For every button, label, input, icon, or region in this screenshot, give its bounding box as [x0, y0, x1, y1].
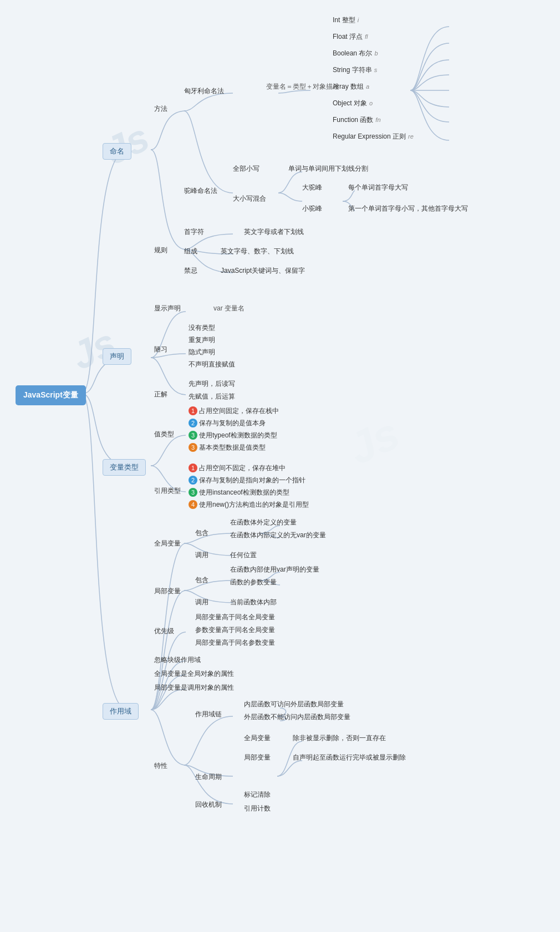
node-explicit: 显示声明 [154, 304, 181, 313]
node-rules: 规则 [154, 246, 167, 255]
node-compose-desc: 英文字母、数字、下划线 [221, 247, 294, 256]
node-forbidden-desc: JavaScript关键词与、保留字 [221, 266, 305, 276]
node-vartype: 变量类型 [103, 459, 146, 476]
type-array: Array 数组a [333, 82, 369, 91]
node-lifecycle: 生命周期 [195, 772, 222, 782]
node-gc: 回收机制 [195, 800, 222, 809]
node-gv-c1: 在函数体外定义的变量 [230, 518, 297, 527]
type-string: String 字符串s [333, 65, 377, 75]
node-local-prop: 局部变量是调用对象的属性 [154, 683, 234, 692]
node-lowercase-desc: 单词与单词间用下划线分割 [288, 164, 368, 174]
node-gv-call-desc: 任何位置 [230, 551, 257, 560]
node-vt2: 2保存与复制的是值本身 [189, 419, 266, 428]
node-sc2: 外层函数不能访问内层函数局部变量 [244, 712, 350, 722]
type-function: Function 函数fn [333, 115, 381, 125]
root-node: JavaScript变量 [16, 385, 86, 405]
watermark-3: Js [341, 408, 408, 475]
node-rt4: 4使用new()方法构造出的对象是引用型 [189, 500, 309, 510]
node-hungarian-desc: 变量名＝类型＋对象描述 [266, 82, 339, 91]
node-lv-contains: 包含 [195, 576, 208, 585]
type-float: Float 浮点fl [333, 32, 368, 42]
node-globalvar: 全局变量 [154, 539, 181, 548]
node-global-prop: 全局变量是全局对象的属性 [154, 669, 234, 679]
node-lc-global-desc: 除非被显示删除，否则一直存在 [293, 734, 386, 743]
node-lc-local-desc: 自声明起至函数运行完毕或被显示删除 [293, 753, 406, 762]
type-int: Int 整型i [333, 16, 359, 25]
node-vt3: 3使用typeof检测数据的类型 [189, 431, 277, 440]
node-method: 方法 [154, 104, 167, 114]
node-ignore-block: 忽略块级作用域 [154, 655, 201, 665]
node-bad1: 没有类型 [189, 323, 215, 333]
node-firstchar-desc: 英文字母或者下划线 [244, 227, 304, 237]
node-forbidden: 禁忌 [184, 266, 197, 276]
type-boolean: Boolean 布尔b [333, 49, 378, 58]
node-correct1: 先声明，后读写 [189, 379, 235, 389]
node-valuetype: 值类型 [154, 430, 174, 439]
node-camel: 驼峰命名法 [184, 186, 217, 196]
node-rt3: 3使用instanceof检测数据的类型 [189, 488, 289, 497]
node-naming: 命名 [103, 143, 131, 160]
node-explicit-desc: var 变量名 [213, 304, 245, 313]
node-lc-global: 全局变量 [244, 734, 271, 743]
node-vt4: 3基本类型数据是值类型 [189, 443, 266, 452]
node-firstchar: 首字符 [184, 227, 204, 237]
node-localvar: 局部变量 [154, 587, 181, 596]
type-regexp: Regular Expression 正则re [333, 132, 414, 141]
node-pri3: 局部变量高于同名参数变量 [195, 638, 275, 648]
node-compose: 组成 [184, 247, 197, 256]
node-gv-contains: 包含 [195, 528, 208, 538]
node-rt2: 2保存与复制的是指向对象的一个指针 [189, 476, 306, 485]
node-priority: 优先级 [154, 627, 174, 636]
node-lv-call: 调用 [195, 598, 208, 607]
node-lowercase: 全部小写 [233, 164, 259, 174]
node-characteristic: 特性 [154, 761, 167, 771]
node-sc1: 内层函数可访问外层函数局部变量 [244, 700, 344, 709]
node-scope: 作用域 [103, 703, 139, 720]
node-pri2: 参数变量高于同名全局变量 [195, 625, 275, 635]
node-rt1: 1占用空间不固定，保存在堆中 [189, 464, 286, 473]
node-gc2: 引用计数 [244, 804, 271, 813]
node-smallcamel-desc: 第一个单词首字母小写，其他首字母大写 [348, 204, 468, 213]
node-bad-habits: 陋习 [154, 345, 167, 354]
type-object: Object 对象o [333, 99, 373, 108]
node-bad4: 不声明直接赋值 [189, 360, 235, 369]
node-vt1: 1占用空间固定，保存在栈中 [189, 406, 279, 416]
node-lv-call-desc: 当前函数体内部 [230, 598, 277, 607]
node-bad2: 重复声明 [189, 335, 215, 345]
node-pri1: 局部变量高于同名全局变量 [195, 613, 275, 622]
mindmap-container: Js Js Js [0, 0, 560, 932]
node-bigcamel: 大驼峰 [302, 183, 322, 192]
node-smallcamel: 小驼峰 [302, 204, 322, 213]
node-scopechain: 作用域链 [195, 710, 222, 719]
node-gv-call: 调用 [195, 551, 208, 560]
node-gc1: 标记清除 [244, 790, 271, 799]
node-correct: 正解 [154, 390, 167, 399]
node-mixedcase: 大小写混合 [233, 194, 266, 203]
node-gv-c2: 在函数体内部定义的无var的变量 [230, 531, 326, 540]
node-bad3: 隐式声明 [189, 348, 215, 357]
node-hungarian: 匈牙利命名法 [184, 86, 224, 96]
node-bigcamel-desc: 每个单词首字母大写 [348, 183, 408, 192]
node-correct2: 先赋值，后运算 [189, 392, 235, 401]
node-declaration: 声明 [103, 348, 131, 365]
node-lc-local: 局部变量 [244, 753, 271, 762]
node-lv-c2: 函数的参数变量 [230, 578, 277, 587]
node-reftype: 引用类型 [154, 486, 181, 496]
node-lv-c1: 在函数内部使用var声明的变量 [230, 565, 319, 574]
